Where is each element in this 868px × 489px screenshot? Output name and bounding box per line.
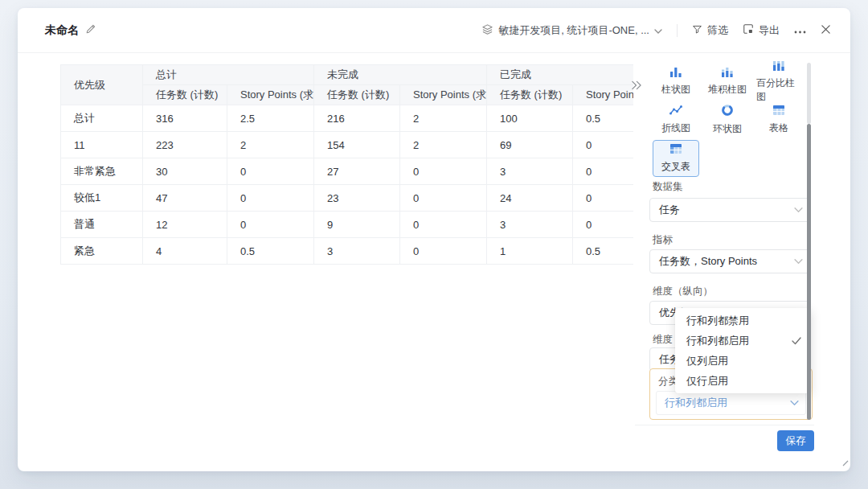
pivot-table: 优先级 总计 未完成 已完成 任务数 (计数) Story Points (求和… bbox=[60, 64, 633, 266]
cell: 0 bbox=[227, 212, 314, 238]
chart-type-stacked-bar[interactable]: 堆积柱图 bbox=[704, 63, 751, 100]
dataset-label: 数据集 bbox=[653, 180, 683, 194]
cell: 0 bbox=[400, 185, 487, 212]
group-header-incomplete: 未完成 bbox=[314, 65, 487, 85]
row-label: 总计 bbox=[61, 105, 143, 132]
donut-chart-icon bbox=[721, 104, 734, 119]
project-selector[interactable]: 敏捷开发项目, 统计项目-ONE, ... bbox=[481, 23, 662, 38]
chevron-down-icon bbox=[654, 24, 662, 36]
export-button[interactable]: 导出 bbox=[743, 23, 780, 38]
table-row: 11 223 2 154 2 69 0 bbox=[61, 132, 634, 158]
export-label: 导出 bbox=[759, 23, 780, 38]
cell: 24 bbox=[487, 185, 573, 212]
cell: 216 bbox=[314, 105, 400, 132]
cell: 4 bbox=[143, 238, 227, 265]
cell: 2 bbox=[400, 132, 487, 158]
cell: 0 bbox=[573, 158, 634, 185]
chart-type-line[interactable]: 折线图 bbox=[653, 101, 699, 138]
bar-chart-icon bbox=[669, 66, 682, 80]
cell: 0 bbox=[227, 185, 314, 212]
sub-header: Story Points (求和) bbox=[227, 85, 314, 105]
group-header-total: 总计 bbox=[143, 65, 314, 85]
chart-type-percent-bar[interactable]: 百分比柱图 bbox=[755, 63, 802, 100]
cell: 154 bbox=[314, 132, 400, 158]
cell: 0.5 bbox=[573, 238, 634, 265]
table-row: 紧急 4 0.5 3 0 1 0.5 bbox=[61, 238, 634, 265]
metrics-label: 指标 bbox=[653, 233, 673, 247]
cell: 0 bbox=[227, 158, 314, 185]
chart-type-table[interactable]: 表格 bbox=[755, 101, 802, 138]
chart-type-bar[interactable]: 柱状图 bbox=[653, 63, 699, 100]
stacked-bar-chart-icon bbox=[721, 66, 734, 80]
table-icon bbox=[772, 105, 785, 118]
cell: 0 bbox=[573, 212, 634, 238]
cell: 1 bbox=[487, 238, 573, 265]
cell: 0 bbox=[400, 158, 487, 185]
cell: 0.5 bbox=[227, 238, 314, 265]
chevron-down-icon bbox=[790, 401, 799, 406]
cell: 9 bbox=[314, 212, 400, 238]
scrollbar-thumb[interactable] bbox=[807, 124, 811, 420]
check-icon bbox=[792, 337, 801, 345]
sub-header: 任务数 (计数) bbox=[314, 85, 400, 105]
cell: 69 bbox=[487, 132, 573, 158]
cell: 3 bbox=[487, 212, 573, 238]
menu-item-label: 仅列启用 bbox=[686, 354, 728, 368]
menu-item-label: 行和列都启用 bbox=[686, 334, 749, 348]
chart-type-label: 表格 bbox=[769, 121, 788, 135]
cell: 47 bbox=[143, 185, 227, 212]
metrics-value: 任务数，Story Points bbox=[659, 254, 757, 269]
report-window: 未命名 敏捷开发项目, 统计项目-ONE, ... 筛选 bbox=[18, 8, 850, 471]
page-title: 未命名 bbox=[45, 23, 79, 38]
chart-type-cross-table[interactable]: 交叉表 bbox=[653, 140, 699, 177]
row-label: 普通 bbox=[61, 212, 143, 238]
collapse-panel-button[interactable] bbox=[631, 79, 641, 93]
cell: 0 bbox=[573, 132, 634, 158]
filter-button[interactable]: 筛选 bbox=[692, 23, 728, 38]
menu-item-label: 仅行启用 bbox=[686, 374, 728, 388]
chart-type-grid: 柱状图 堆积柱图 百分比柱图 折线图 环状图 bbox=[653, 63, 802, 177]
sub-header: 任务数 (计数) bbox=[487, 85, 573, 105]
chart-type-label: 柱状图 bbox=[661, 83, 690, 97]
summary-value: 行和列都启用 bbox=[665, 396, 727, 410]
table-row: 较低1 47 0 23 0 24 0 bbox=[61, 185, 634, 212]
table-row: 总计 316 2.5 216 2 100 0.5 bbox=[61, 105, 634, 132]
summary-options-menu: 行和列都禁用 行和列都启用 仅列启用 仅行启用 bbox=[675, 308, 811, 393]
chart-type-label: 环状图 bbox=[713, 122, 742, 136]
export-icon bbox=[743, 23, 754, 37]
cell: 2 bbox=[400, 105, 487, 132]
row-label: 较低1 bbox=[61, 185, 143, 212]
chart-type-label: 折线图 bbox=[661, 121, 690, 135]
layers-icon bbox=[481, 23, 493, 38]
percent-bar-chart-icon bbox=[772, 60, 785, 73]
more-button[interactable] bbox=[794, 24, 806, 36]
table-row: 非常紧急 30 0 27 0 3 0 bbox=[61, 158, 634, 185]
chart-type-donut[interactable]: 环状图 bbox=[704, 101, 751, 138]
chart-type-label: 交叉表 bbox=[661, 160, 690, 174]
row-label: 11 bbox=[61, 132, 143, 158]
summary-select[interactable]: 行和列都启用 bbox=[656, 391, 806, 415]
sub-header: Story Points (求和) bbox=[400, 85, 487, 105]
dimension-vertical-label: 维度（纵向） bbox=[653, 285, 713, 298]
cell: 223 bbox=[143, 132, 227, 158]
menu-item-column-only[interactable]: 仅列启用 bbox=[675, 351, 811, 371]
rename-button[interactable] bbox=[85, 23, 96, 38]
scrollbar-track[interactable] bbox=[807, 63, 811, 124]
cell: 2.5 bbox=[227, 105, 314, 132]
menu-item-enable-both[interactable]: 行和列都启用 bbox=[675, 331, 811, 351]
menu-item-row-only[interactable]: 仅行启用 bbox=[675, 371, 811, 391]
more-icon bbox=[794, 24, 806, 36]
panel-footer-divider bbox=[635, 425, 814, 425]
save-button[interactable]: 保存 bbox=[777, 430, 814, 451]
menu-item-disable-both[interactable]: 行和列都禁用 bbox=[675, 310, 811, 331]
project-selector-label: 敏捷开发项目, 统计项目-ONE, ... bbox=[498, 23, 649, 38]
cell: 3 bbox=[314, 238, 400, 265]
row-label: 非常紧急 bbox=[61, 158, 143, 185]
dataset-select[interactable]: 任务 bbox=[649, 198, 811, 222]
double-chevron-right-icon bbox=[631, 79, 641, 92]
close-button[interactable] bbox=[821, 24, 831, 37]
sub-header: Story Points (求和) bbox=[573, 85, 634, 105]
metrics-select[interactable]: 任务数，Story Points bbox=[649, 249, 811, 273]
table-row: 普通 12 0 9 0 3 0 bbox=[61, 212, 634, 238]
cell: 0 bbox=[400, 238, 487, 265]
